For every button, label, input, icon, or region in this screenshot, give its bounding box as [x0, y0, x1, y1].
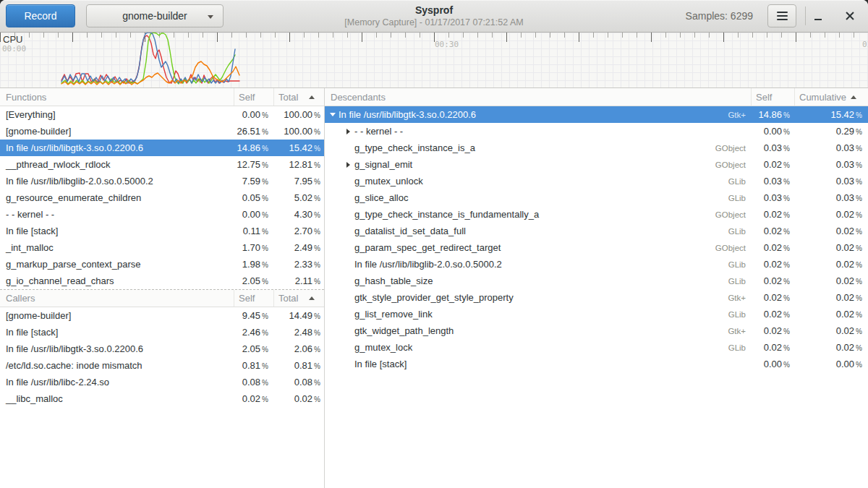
table-row[interactable]: In file /usr/lib/libglib-2.0.so.0.5000.2…	[0, 173, 324, 189]
tree-row[interactable]: In file /usr/lib/libgtk-3.so.0.2200.6Gtk…	[325, 106, 868, 123]
time-label-mid: 00:30	[435, 40, 459, 49]
table-row[interactable]: In file /usr/lib/libgtk-3.so.0.2200.614.…	[0, 140, 324, 156]
sort-ascending-icon	[309, 296, 315, 300]
function-name: In file /usr/lib/libgtk-3.so.0.2200.6	[0, 142, 234, 153]
column-header-self[interactable]: Self	[234, 290, 273, 307]
function-name: g_io_channel_read_chars	[0, 275, 234, 286]
cumulative-percent: 0.02%	[794, 209, 868, 220]
sort-ascending-icon	[851, 95, 856, 99]
table-row[interactable]: In file /usr/lib/libc-2.24.so0.08%0.08%	[0, 374, 324, 390]
table-row[interactable]: g_markup_parse_context_parse1.98%2.33%	[0, 256, 324, 273]
descendant-name: g_hash_table_size	[354, 275, 433, 286]
table-row[interactable]: _int_malloc1.70%2.49%	[0, 239, 324, 256]
column-header-cumulative[interactable]: Cumulative	[794, 88, 868, 106]
capture-subtitle: [Memory Capture] - 01/17/2017 07:21:52 A…	[282, 17, 586, 28]
total-percent: 2.33%	[273, 259, 324, 270]
table-row[interactable]: [gnome-builder]9.45%14.49%	[0, 307, 324, 324]
tree-row[interactable]: g_mutex_lockGLib0.02%0.02%	[325, 339, 868, 356]
library-tag: GLib	[728, 310, 751, 319]
cpu-usage-graph[interactable]: CPU 00:00 00:30 01:00	[0, 33, 868, 88]
table-row[interactable]: In file [stack]2.46%2.48%	[0, 324, 324, 341]
time-label-start: 00:00	[2, 44, 26, 53]
process-selector-dropdown[interactable]: gnome-builder	[86, 4, 224, 27]
tree-row[interactable]: gtk_style_provider_get_style_propertyGtk…	[325, 289, 868, 306]
tree-row[interactable]: - - kernel - -0.00%0.29%	[325, 123, 868, 140]
self-percent: 0.02%	[751, 159, 794, 170]
self-percent: 0.02%	[751, 309, 794, 320]
column-header-self[interactable]: Self	[751, 88, 794, 106]
function-name: In file /usr/lib/libgtk-3.so.0.2200.6	[0, 343, 234, 354]
table-row[interactable]: [gnome-builder]26.51%100.00%	[0, 123, 324, 140]
cpu-graph-canvas	[0, 33, 868, 88]
total-percent: 2.49%	[273, 242, 324, 253]
self-percent: 0.03%	[751, 192, 794, 203]
function-name: /etc/ld.so.cache: inode mismatch	[0, 360, 234, 371]
descendants-pane: Descendants Self Cumulative In file /usr…	[325, 88, 868, 488]
table-row[interactable]: /etc/ld.so.cache: inode mismatch0.81%0.8…	[0, 357, 324, 374]
self-percent: 0.02%	[751, 209, 794, 220]
descendant-name: g_datalist_id_set_data_full	[354, 226, 466, 236]
column-header-descendants[interactable]: Descendants	[325, 92, 751, 103]
expander-closed-icon[interactable]	[344, 129, 353, 134]
table-row[interactable]: - - kernel - -0.00%4.30%	[0, 206, 324, 223]
tree-row[interactable]: g_signal_emitGObject0.02%0.03%	[325, 156, 868, 173]
tree-row[interactable]: g_slice_allocGLib0.03%0.03%	[325, 189, 868, 206]
descendant-name: g_type_check_instance_is_a	[354, 142, 475, 153]
app-title: Sysprof	[282, 4, 586, 17]
table-row[interactable]: In file /usr/lib/libgtk-3.so.0.2200.62.0…	[0, 341, 324, 357]
column-header-total[interactable]: Total	[273, 88, 324, 106]
sysprof-window: Record gnome-builder Sysprof [Memory Cap…	[0, 0, 868, 488]
cumulative-percent: 0.02%	[794, 292, 868, 303]
table-row[interactable]: In file [stack]0.11%2.70%	[0, 223, 324, 239]
close-button[interactable]	[838, 4, 862, 28]
record-button[interactable]: Record	[6, 4, 75, 27]
function-name: In file [stack]	[0, 226, 234, 236]
cumulative-percent: 0.03%	[794, 159, 868, 170]
tree-row[interactable]: g_type_check_instance_is_fundamentally_a…	[325, 206, 868, 223]
table-row[interactable]: [Everything]0.00%100.00%	[0, 106, 324, 123]
self-percent: 2.46%	[234, 327, 273, 338]
tree-row[interactable]: g_type_check_instance_is_aGObject0.03%0.…	[325, 140, 868, 156]
self-percent: 12.75%	[234, 159, 273, 170]
library-tag: GLib	[728, 343, 751, 352]
descendants-table-body: In file /usr/lib/libgtk-3.so.0.2200.6Gtk…	[325, 106, 868, 372]
tree-row[interactable]: g_datalist_id_set_data_fullGLib0.02%0.02…	[325, 223, 868, 239]
tree-row[interactable]: g_list_remove_linkGLib0.02%0.02%	[325, 306, 868, 322]
self-percent: 0.02%	[234, 393, 273, 404]
tree-row[interactable]: gtk_widget_path_lengthGtk+0.02%0.02%	[325, 322, 868, 339]
total-percent: 100.00%	[273, 109, 324, 120]
function-name: [gnome-builder]	[0, 310, 234, 321]
function-name: __libc_malloc	[0, 393, 234, 404]
table-row[interactable]: g_io_channel_read_chars2.05%2.11%	[0, 273, 324, 289]
table-row[interactable]: __pthread_rwlock_rdlock12.75%12.81%	[0, 156, 324, 173]
descendant-name-cell: g_mutex_lockGLib	[325, 342, 751, 353]
close-icon	[846, 12, 854, 20]
descendant-name: g_mutex_lock	[354, 342, 412, 353]
tree-row[interactable]: In file [stack]0.00%0.00%	[325, 356, 868, 372]
minimize-button[interactable]	[806, 4, 830, 28]
cumulative-percent: 0.02%	[794, 309, 868, 320]
self-percent: 0.02%	[751, 292, 794, 303]
column-header-self[interactable]: Self	[234, 88, 273, 106]
tree-row[interactable]: g_param_spec_get_redirect_targetGObject0…	[325, 239, 868, 256]
cumulative-percent: 0.29%	[794, 126, 868, 137]
expander-open-icon[interactable]	[328, 113, 337, 116]
total-percent: 0.08%	[273, 377, 324, 388]
total-percent: 2.11%	[273, 275, 324, 286]
column-header-total[interactable]: Total	[273, 290, 324, 307]
tree-row[interactable]: In file /usr/lib/libglib-2.0.so.0.5000.2…	[325, 256, 868, 273]
tree-row[interactable]: g_mutex_unlockGLib0.03%0.03%	[325, 173, 868, 189]
column-header-callers[interactable]: Callers	[0, 293, 234, 304]
function-name: In file /usr/lib/libglib-2.0.so.0.5000.2	[0, 176, 234, 187]
tree-row[interactable]: g_hash_table_sizeGLib0.02%0.02%	[325, 273, 868, 289]
total-percent: 100.00%	[273, 126, 324, 137]
menu-button[interactable]	[767, 4, 796, 27]
table-row[interactable]: g_resource_enumerate_children0.05%5.02%	[0, 189, 324, 206]
column-header-functions[interactable]: Functions	[0, 92, 234, 103]
library-tag: Gtk+	[728, 111, 751, 119]
total-percent: 0.81%	[273, 360, 324, 371]
table-row[interactable]: __libc_malloc0.02%0.02%	[0, 390, 324, 407]
expander-closed-icon[interactable]	[344, 162, 353, 168]
function-name: - - kernel - -	[0, 209, 234, 220]
function-name: g_markup_parse_context_parse	[0, 259, 234, 270]
